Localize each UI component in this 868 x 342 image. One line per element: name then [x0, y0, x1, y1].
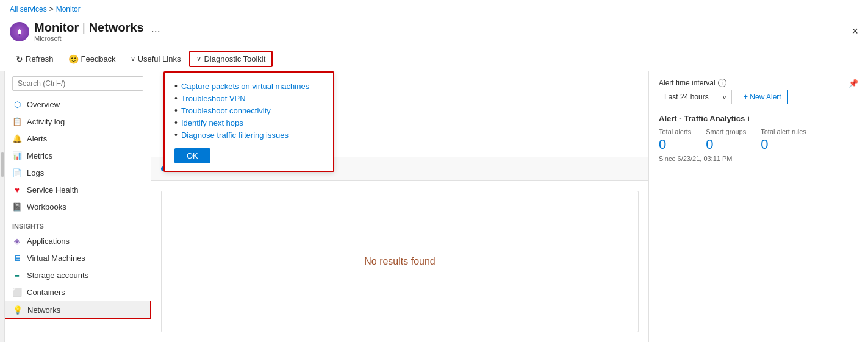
main-layout: ⬡ Overview 📋 Activity log 🔔 Alerts 📊 Met…: [0, 71, 868, 342]
scrollbar-thumb: [1, 152, 4, 177]
sidebar-item-storage-accounts[interactable]: ≡ Storage accounts: [5, 266, 151, 283]
info-icon-traffic[interactable]: i: [747, 114, 750, 123]
sidebar-item-label: Workbooks: [27, 202, 66, 212]
content-main: Capture packets on virtual machines Trou…: [151, 71, 648, 342]
no-results-area: No results found: [161, 191, 639, 332]
traffic-analytics-title: Alert - Traffic Analytics i: [659, 114, 858, 123]
page-subtitle: Microsoft: [34, 35, 144, 42]
capture-packets-link[interactable]: Capture packets on virtual machines: [181, 82, 309, 91]
sidebar-item-label: Virtual Machines: [27, 254, 85, 263]
sidebar-item-networks[interactable]: 💡 Networks: [5, 301, 151, 319]
smart-groups-label: Smart groups: [706, 128, 746, 135]
dropdown-list: Capture packets on virtual machines Trou…: [174, 80, 323, 141]
storage-icon: ≡: [12, 270, 22, 280]
total-alert-rules-stat: Total alert rules 0: [761, 128, 806, 152]
since-text: Since 6/23/21, 03:11 PM: [659, 155, 858, 162]
sidebar-item-containers[interactable]: ⬜ Containers: [5, 283, 151, 301]
chevron-down-icon: ∨: [722, 94, 726, 101]
total-alert-rules-value: 0: [761, 137, 806, 152]
useful-links-button[interactable]: ∨ Useful Links: [124, 52, 187, 66]
sidebar-item-label: Logs: [27, 168, 44, 177]
diagnose-traffic-link[interactable]: Diagnose traffic filtering issues: [181, 130, 289, 140]
content-body: No results found: [151, 181, 648, 342]
sidebar-item-label: Containers: [27, 288, 65, 297]
sidebar-item-label: Alerts: [27, 134, 47, 143]
interval-select[interactable]: Last 24 hours ∨: [659, 90, 732, 104]
feedback-icon: 🙂: [68, 54, 79, 64]
alert-interval-label: Alert time interval i: [659, 79, 848, 87]
sidebar-item-applications[interactable]: ◈ Applications: [5, 232, 151, 249]
ok-button[interactable]: OK: [174, 148, 210, 163]
sidebar-wrapper: ⬡ Overview 📋 Activity log 🔔 Alerts 📊 Met…: [0, 71, 151, 342]
header-ellipsis-button[interactable]: ···: [151, 25, 160, 38]
sidebar-item-alerts[interactable]: 🔔 Alerts: [5, 130, 151, 147]
sidebar-scrollbar[interactable]: [0, 71, 5, 342]
list-item: Diagnose traffic filtering issues: [174, 129, 323, 141]
sidebar-item-label: Metrics: [27, 151, 52, 160]
content-area: Capture packets on virtual machines Trou…: [151, 71, 868, 342]
metrics-icon: 📊: [12, 151, 22, 160]
traffic-analytics-section: Alert - Traffic Analytics i Total alerts…: [659, 114, 858, 162]
sidebar-item-metrics[interactable]: 📊 Metrics: [5, 147, 151, 164]
sidebar-item-virtual-machines[interactable]: 🖥 Virtual Machines: [5, 249, 151, 266]
sidebar-item-workbooks[interactable]: 📓 Workbooks: [5, 198, 151, 215]
breadcrumb-monitor[interactable]: Monitor: [56, 5, 81, 13]
list-item: Identify next hops: [174, 116, 323, 129]
header-title-block: Monitor | Networks Microsoft: [34, 21, 144, 42]
alert-interval-section: Alert time interval i Last 24 hours ∨ + …: [659, 79, 858, 104]
sidebar-search-container: [5, 71, 151, 96]
sidebar-item-logs[interactable]: 📄 Logs: [5, 164, 151, 181]
search-input[interactable]: [12, 76, 143, 91]
refresh-button[interactable]: ↻ Refresh: [10, 52, 60, 66]
toolbar: ↻ Refresh 🙂 Feedback ∨ Useful Links ∨ Di…: [0, 47, 868, 71]
sidebar-item-label: Service Health: [27, 185, 79, 194]
chevron-down-icon: ∨: [131, 55, 135, 63]
monitor-icon: [10, 22, 29, 41]
svg-point-1: [19, 34, 21, 35]
insights-section-label: Insights: [5, 215, 151, 232]
breadcrumb-all-services[interactable]: All services: [10, 5, 47, 13]
applications-icon: ◈: [12, 236, 22, 246]
sidebar-item-label: Storage accounts: [27, 271, 88, 280]
smart-groups-value: 0: [706, 137, 746, 152]
sidebar-item-service-health[interactable]: ♥ Service Health: [5, 181, 151, 198]
page-header: Monitor | Networks Microsoft ··· ×: [0, 18, 868, 47]
vm-icon: 🖥: [12, 253, 22, 263]
refresh-icon: ↻: [16, 54, 23, 64]
total-alerts-stat: Total alerts 0: [659, 128, 691, 152]
logs-icon: 📄: [12, 168, 22, 177]
activity-log-icon: 📋: [12, 116, 22, 126]
sidebar-item-label: Overview: [27, 100, 60, 109]
sidebar-item-label: Networks: [27, 305, 60, 315]
sidebar-item-activity-log[interactable]: 📋 Activity log: [5, 113, 151, 130]
no-results-text: No results found: [364, 256, 436, 267]
list-item: Troubleshoot VPN: [174, 92, 323, 104]
stats-row: Total alerts 0 Smart groups 0 Total aler…: [659, 128, 858, 152]
total-alerts-label: Total alerts: [659, 128, 691, 135]
total-alert-rules-label: Total alert rules: [761, 128, 806, 135]
diagnostic-toolkit-dropdown: Capture packets on virtual machines Trou…: [163, 71, 334, 172]
new-alert-button[interactable]: + New Alert: [737, 90, 788, 104]
info-icon[interactable]: i: [718, 79, 726, 87]
alerts-icon: 🔔: [12, 134, 22, 143]
breadcrumb-separator: >: [49, 5, 54, 13]
page-title: Monitor | Networks: [34, 21, 144, 35]
close-button[interactable]: ×: [852, 25, 858, 38]
right-panel: 📌 Alert time interval i Last 24 hours ∨ …: [648, 71, 868, 342]
troubleshoot-vpn-link[interactable]: Troubleshoot VPN: [181, 94, 246, 103]
list-item: Troubleshoot connectivity: [174, 104, 323, 116]
identify-next-hops-link[interactable]: Identify next hops: [181, 118, 243, 127]
sidebar-item-label: Activity log: [27, 117, 65, 126]
networks-icon: 💡: [13, 305, 23, 315]
pin-icon[interactable]: 📌: [848, 79, 858, 88]
overview-icon: ⬡: [12, 99, 22, 109]
workbooks-icon: 📓: [12, 202, 22, 212]
interval-select-row: Last 24 hours ∨ + New Alert: [659, 90, 858, 104]
diagnostic-toolkit-button[interactable]: ∨ Diagnostic Toolkit: [189, 51, 273, 67]
sidebar-item-label: Applications: [27, 237, 70, 246]
troubleshoot-connectivity-link[interactable]: Troubleshoot connectivity: [181, 106, 271, 115]
feedback-button[interactable]: 🙂 Feedback: [62, 52, 122, 66]
list-item: Capture packets on virtual machines: [174, 80, 323, 92]
sidebar-item-overview[interactable]: ⬡ Overview: [5, 96, 151, 113]
sidebar-nav: ⬡ Overview 📋 Activity log 🔔 Alerts 📊 Met…: [5, 96, 151, 342]
